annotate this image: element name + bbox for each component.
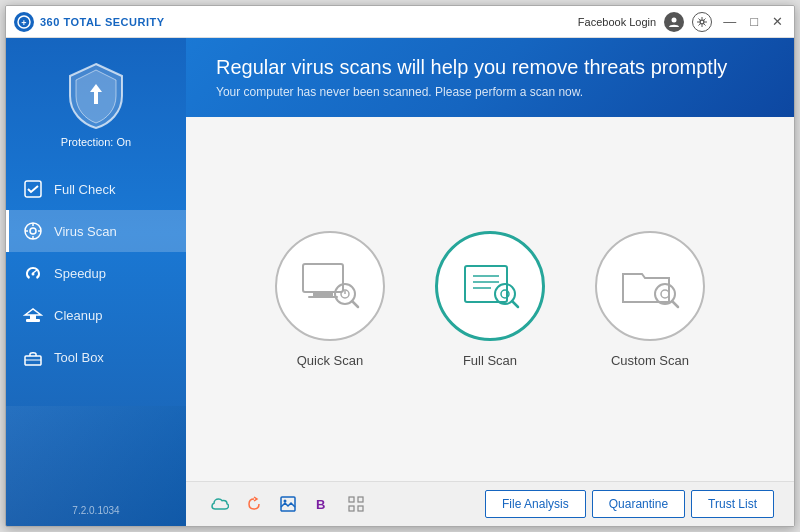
svg-point-2 [672,17,677,22]
full-scan-label: Full Scan [463,353,517,368]
quick-scan-circle [275,231,385,341]
custom-scan-card[interactable]: Custom Scan [595,231,705,368]
content-header: Regular virus scans will help you remove… [186,38,794,117]
svg-point-34 [661,290,669,298]
full-scan-circle [435,231,545,341]
svg-line-33 [672,301,678,307]
quick-scan-label: Quick Scan [297,353,363,368]
sidebar-item-tool-box[interactable]: Tool Box [6,336,186,378]
svg-rect-19 [313,292,333,296]
custom-scan-circle [595,231,705,341]
sidebar-item-speedup[interactable]: Speedup [6,252,186,294]
svg-line-22 [352,301,358,307]
toolbox-icon [22,346,44,368]
svg-point-12 [32,273,35,276]
full-scan-card[interactable]: Full Scan [435,231,545,368]
app-title: 360 TOTAL SECURITY [40,16,165,28]
quick-scan-card[interactable]: Quick Scan [275,231,385,368]
protection-label: Protection: On [61,136,131,148]
svg-rect-40 [349,506,354,511]
close-button[interactable]: ✕ [769,15,786,28]
main-area: Protection: On Full Check Virus Scan [6,38,794,526]
minimize-button[interactable]: — [720,15,739,28]
svg-rect-38 [349,497,354,502]
user-icon[interactable] [664,12,684,32]
shield-icon [66,62,126,130]
cleanup-label: Cleanup [54,308,102,323]
bottom-icon-cloud[interactable] [206,490,234,518]
speedup-icon [22,262,44,284]
settings-icon[interactable] [692,12,712,32]
svg-point-3 [700,20,704,24]
nav-items: Full Check Virus Scan Speedup [6,168,186,378]
facebook-login-label: Facebook Login [578,16,656,28]
svg-rect-39 [358,497,363,502]
speedup-label: Speedup [54,266,106,281]
svg-text:+: + [21,18,26,28]
scan-cards: Quick Scan [186,117,794,481]
bottom-icon-refresh[interactable] [240,490,268,518]
trust-list-button[interactable]: Trust List [691,490,774,518]
sidebar-item-full-check[interactable]: Full Check [6,168,186,210]
cleanup-icon [22,304,44,326]
shield-container: Protection: On [61,62,131,148]
full-check-label: Full Check [54,182,115,197]
svg-rect-20 [308,296,338,298]
virus-scan-icon [22,220,44,242]
virus-scan-label: Virus Scan [54,224,117,239]
maximize-button[interactable]: □ [747,15,761,28]
svg-line-30 [512,301,518,307]
svg-point-6 [30,228,36,234]
toolbox-label: Tool Box [54,350,104,365]
title-bar: + 360 TOTAL SECURITY Facebook Login — □ … [6,6,794,38]
sidebar-item-cleanup[interactable]: Cleanup [6,294,186,336]
bottom-icon-grid[interactable] [342,490,370,518]
logo-icon: + [14,12,34,32]
svg-rect-41 [358,506,363,511]
app-window: + 360 TOTAL SECURITY Facebook Login — □ … [5,5,795,527]
header-subtitle: Your computer has never been scanned. Pl… [216,85,764,99]
content-area: Regular virus scans will help you remove… [186,38,794,526]
sidebar: Protection: On Full Check Virus Scan [6,38,186,526]
header-title: Regular virus scans will help you remove… [216,56,764,79]
svg-marker-15 [25,309,41,315]
bottom-icon-b[interactable]: B [308,490,336,518]
scan-area: Quick Scan [186,117,794,526]
sidebar-version: 7.2.0.1034 [6,505,186,516]
full-check-icon [22,178,44,200]
quarantine-button[interactable]: Quarantine [592,490,685,518]
sidebar-item-virus-scan[interactable]: Virus Scan [6,210,186,252]
bottom-icon-image[interactable] [274,490,302,518]
title-bar-left: + 360 TOTAL SECURITY [14,12,194,32]
custom-scan-label: Custom Scan [611,353,689,368]
file-analysis-button[interactable]: File Analysis [485,490,586,518]
title-bar-right: Facebook Login — □ ✕ [194,12,786,32]
svg-text:B: B [316,497,325,512]
svg-line-11 [33,270,37,273]
svg-rect-13 [26,319,40,322]
bottom-bar: B File Analysis Quarantine Trust List [186,481,794,526]
